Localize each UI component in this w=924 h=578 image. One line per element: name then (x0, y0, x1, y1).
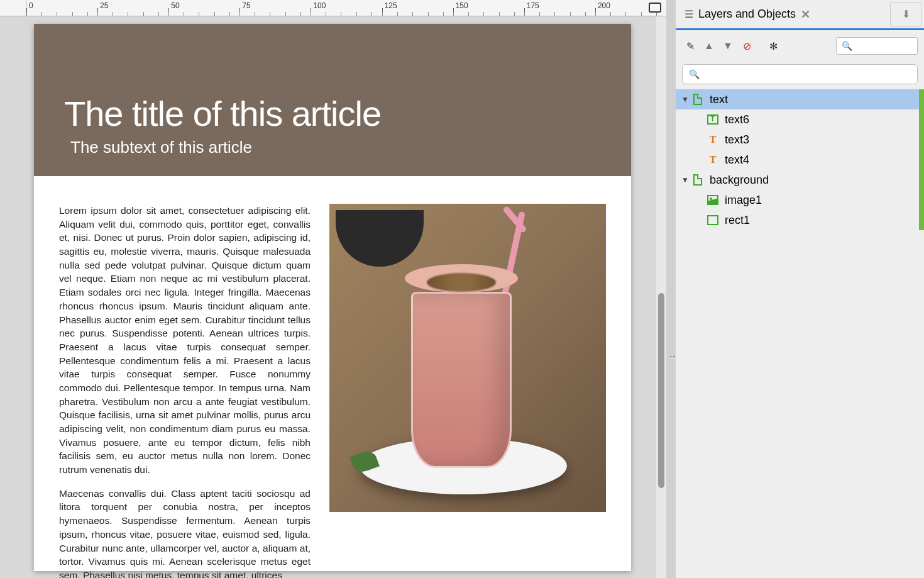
document-page[interactable]: The title of this article The subtext of… (34, 24, 631, 571)
layer-icon (691, 173, 705, 187)
paragraph: Lorem ipsum dolor sit amet, consectetuer… (59, 204, 311, 477)
layer-item-text3[interactable]: T text3 (676, 130, 924, 150)
settings-icon[interactable]: ✻ (765, 38, 781, 54)
text-icon: T (706, 153, 720, 167)
layer-tree: ▼ text text6 T text3 T text4 ▼ backgroun… (676, 89, 924, 230)
filter-input[interactable] (703, 69, 911, 79)
layer-label: rect1 (725, 214, 919, 227)
ruler-mark: 0 (29, 1, 33, 10)
ruler-mark: 175 (527, 1, 539, 10)
ruler-mark: 75 (242, 1, 250, 10)
page-text-frame[interactable]: Lorem ipsum dolor sit amet, consectetuer… (59, 204, 311, 578)
textbox-icon (706, 113, 720, 126)
search-icon: 🔍 (842, 41, 852, 51)
page-header: The title of this article The subtext of… (34, 24, 631, 176)
ruler-corner (0, 0, 26, 16)
toolbar-search[interactable]: 🔍 (836, 37, 918, 55)
ruler-mark: 100 (313, 1, 326, 10)
panel-divider[interactable]: ⋮ (666, 0, 676, 578)
tab-layers[interactable]: ☰ Layers and Objects ✕ (678, 4, 817, 25)
layer-item-text[interactable]: ▼ text (676, 89, 924, 109)
visibility-indicator[interactable] (919, 150, 924, 170)
layer-label: image1 (725, 194, 919, 207)
visibility-indicator[interactable] (919, 170, 924, 190)
page-subtitle[interactable]: The subtext of this article (70, 138, 601, 157)
raise-icon[interactable]: ▲ (701, 38, 717, 54)
layers-panel: ☰ Layers and Objects ✕ ⬇ ✎ ▲ ▼ ⊘ ✻ 🔍 🔍 ▼… (676, 0, 924, 578)
search-icon: 🔍 (689, 69, 700, 79)
rect-icon (706, 213, 720, 227)
page-title[interactable]: The title of this article (64, 93, 601, 134)
display-icon[interactable] (649, 3, 661, 13)
download-icon: ⬇ (902, 8, 910, 20)
visibility-indicator[interactable] (919, 190, 924, 210)
ruler-mark: 50 (171, 1, 179, 10)
add-layer-icon[interactable]: ✎ (682, 38, 698, 54)
image-glass (399, 267, 524, 468)
delete-icon[interactable]: ⊘ (739, 38, 755, 54)
page-image[interactable] (329, 204, 606, 512)
layer-item-text4[interactable]: T text4 (676, 150, 924, 170)
visibility-indicator[interactable] (919, 210, 924, 230)
layer-item-image1[interactable]: image1 (676, 190, 924, 210)
scrollbar-thumb[interactable] (658, 293, 664, 488)
ruler-mark: 150 (456, 1, 468, 10)
layer-item-rect1[interactable]: rect1 (676, 210, 924, 230)
layer-item-background[interactable]: ▼ background (676, 170, 924, 190)
layer-label: text6 (725, 113, 919, 126)
panel-menu-button[interactable]: ⬇ (890, 2, 921, 27)
lower-icon[interactable]: ▼ (720, 38, 736, 54)
vertical-scrollbar[interactable] (656, 16, 666, 578)
close-icon[interactable]: ✕ (801, 8, 810, 21)
ruler-mark: 200 (598, 1, 610, 10)
panel-tabs: ☰ Layers and Objects ✕ ⬇ (676, 0, 924, 30)
horizontal-ruler[interactable]: 0 25 50 75 100 125 150 175 200 (26, 0, 666, 16)
layer-item-text6[interactable]: text6 (676, 109, 924, 130)
image-icon (706, 193, 720, 207)
panel-title: Layers and Objects (698, 8, 796, 21)
toolbar-search-input[interactable] (852, 41, 912, 51)
layer-icon (691, 92, 705, 106)
visibility-indicator[interactable] (919, 130, 924, 150)
ruler-mark: 125 (385, 1, 397, 10)
page-body: Lorem ipsum dolor sit amet, consectetuer… (34, 176, 631, 578)
text-icon: T (706, 133, 720, 147)
paragraph: Maecenas convallis dui. Class aptent tac… (59, 487, 311, 578)
layer-label: background (710, 174, 919, 187)
layer-label: text (710, 93, 919, 106)
expand-icon[interactable]: ▼ (679, 175, 691, 184)
expand-icon[interactable]: ▼ (679, 95, 691, 104)
layers-icon: ☰ (685, 8, 693, 20)
filter-search[interactable]: 🔍 (682, 64, 918, 84)
visibility-indicator[interactable] (919, 109, 924, 130)
ruler-mark: 25 (100, 1, 108, 10)
visibility-indicator[interactable] (919, 89, 924, 109)
layer-label: text4 (725, 153, 919, 167)
canvas-area[interactable]: 0 25 50 75 100 125 150 175 200 The title… (0, 0, 666, 578)
layer-label: text3 (725, 133, 919, 147)
panel-toolbar: ✎ ▲ ▼ ⊘ ✻ 🔍 (676, 30, 924, 62)
